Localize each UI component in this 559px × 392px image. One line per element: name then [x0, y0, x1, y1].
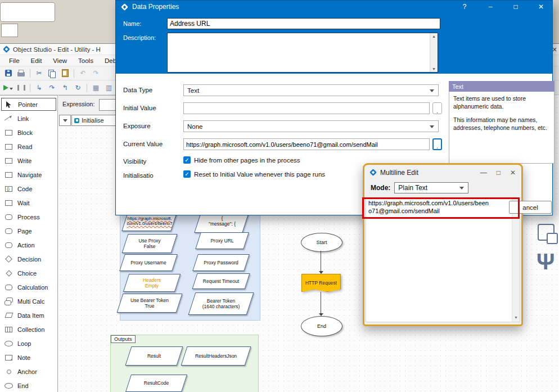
initial-value-expand-button[interactable]: .	[432, 102, 442, 114]
stage-proxy-password-label: Proxy Password	[195, 260, 247, 265]
sidebar-item-label: Note	[17, 354, 30, 361]
sidebar-item-wait[interactable]: Wait	[1, 196, 56, 209]
navigate-icon	[4, 171, 14, 179]
minimize-icon[interactable]: –	[486, 3, 495, 11]
stage-start[interactable]: Start	[301, 233, 342, 252]
stage-proxy-url[interactable]: Proxy URL	[198, 232, 246, 249]
step-out-icon[interactable]: ↰	[59, 82, 71, 93]
canvas-group-icon[interactable]	[538, 224, 555, 241]
initialisation-checkbox[interactable]	[183, 170, 191, 178]
sidebar-item-action[interactable]: Action	[1, 238, 56, 251]
current-value-expand-button[interactable]: .	[432, 138, 442, 150]
visibility-label: Visibility	[123, 158, 146, 165]
pause-icon[interactable]	[15, 82, 27, 93]
sidebar-item-multi-calc[interactable]: Multi Calc	[1, 295, 56, 308]
tab-initialise[interactable]: Initialise	[71, 115, 116, 126]
stage-use-bearer-token[interactable]: Use Bearer TokenTrue	[120, 294, 179, 313]
sidebar-item-decision[interactable]: Decision	[1, 253, 56, 265]
data-type-select[interactable]: Text	[183, 84, 439, 96]
sidebar-item-label: Read	[17, 143, 32, 150]
collection-icon	[4, 326, 14, 334]
stage-start-label: Start	[316, 240, 327, 245]
stage-use-bearer-token-label: Use Bearer TokenTrue	[120, 298, 179, 309]
connector-http-end	[321, 292, 321, 316]
sidebar-item-read[interactable]: Read	[1, 140, 56, 153]
sidebar-item-pointer[interactable]: Pointer	[1, 98, 56, 111]
screen: Object Studio - Edit - Utility - H ✕ Fil…	[0, 0, 559, 392]
data-type-label: Data Type	[123, 87, 152, 93]
initialisation-option[interactable]: Reset to Initial Value whenever this pag…	[183, 170, 325, 178]
cut-icon[interactable]: ✂	[33, 67, 45, 79]
sidebar-item-code[interactable]: {}Code	[1, 182, 56, 195]
stage-headers[interactable]: HeadersEmpty	[126, 274, 178, 292]
undo-icon[interactable]: ↶	[77, 67, 89, 79]
run-icon[interactable]	[2, 82, 14, 93]
stage-request-timeout[interactable]: Request Timeout	[195, 273, 247, 289]
stage-http-request[interactable]: HTTP Request	[301, 274, 341, 292]
visibility-checkbox[interactable]	[183, 156, 191, 164]
sidebar-item-anchor[interactable]: Anchor	[1, 365, 56, 378]
mode-row: Mode: Plain Text	[364, 180, 521, 195]
stage-result-code[interactable]: ResultCode	[128, 375, 184, 392]
note-icon	[4, 354, 14, 362]
sidebar-item-note[interactable]: Note	[1, 351, 56, 364]
stage-use-proxy[interactable]: Use ProxyFalse	[125, 234, 174, 253]
current-value-highlight-annotation	[362, 197, 520, 219]
stage-proxy-username[interactable]: Proxy Username	[122, 254, 175, 271]
sidebar-item-link[interactable]: Link	[1, 112, 56, 125]
save-icon[interactable]	[2, 67, 14, 79]
current-value-input[interactable]	[183, 138, 430, 150]
sidebar-item-navigate[interactable]: Navigate	[1, 168, 56, 181]
exposure-select[interactable]: None	[183, 120, 439, 132]
sidebar-item-process[interactable]: Process	[1, 210, 56, 223]
sidebar-item-page[interactable]: Page	[1, 224, 56, 237]
step-over-icon[interactable]: ↷	[46, 82, 58, 93]
menu-file[interactable]: File	[3, 56, 25, 65]
scroll-down-icon: ▼	[512, 314, 520, 322]
sidebar-item-loop[interactable]: Loop	[1, 337, 56, 350]
stage-proxy-password[interactable]: Proxy Password	[195, 254, 247, 271]
maximize-icon[interactable]: □	[511, 3, 520, 11]
refresh-icon[interactable]: ↻	[72, 82, 84, 93]
sidebar-item-end[interactable]: End	[1, 379, 56, 392]
minimize-icon[interactable]: —	[480, 169, 487, 177]
stage-address-url-label: https://graph.microsoft.com/v1.0/users/b…	[125, 216, 174, 226]
print-icon[interactable]	[15, 67, 27, 79]
type-info-body: Text items are used to store alphanumeri…	[449, 92, 555, 164]
redo-icon[interactable]: ↷	[90, 67, 102, 79]
mode-select[interactable]: Plain Text	[394, 182, 468, 193]
menu-view[interactable]: View	[47, 56, 73, 65]
sidebar-item-write[interactable]: Write	[1, 154, 56, 167]
sidebar-item-choice[interactable]: Choice	[1, 267, 56, 280]
stage-result-headers-json[interactable]: ResultHeadersJson	[184, 346, 248, 366]
close-icon[interactable]: ✕	[537, 3, 546, 11]
sidebar-item-calculation[interactable]: Calculation	[1, 281, 56, 294]
menu-edit[interactable]: Edit	[25, 56, 48, 65]
stage-end[interactable]: End	[301, 316, 342, 336]
sidebar-item-label: Page	[17, 228, 32, 235]
initial-value-input[interactable]	[183, 102, 430, 114]
copy-icon[interactable]	[46, 67, 58, 79]
visibility-option[interactable]: Hide from other pages in the process	[183, 156, 300, 164]
grid-large-icon[interactable]: ▥	[103, 82, 115, 93]
close-icon[interactable]: ✕	[510, 169, 516, 177]
menu-tools[interactable]: Tools	[73, 56, 99, 65]
maximize-icon[interactable]: □	[497, 169, 501, 177]
stage-bearer-token[interactable]: Bearer Token(1640 characters)	[192, 292, 250, 315]
pointer-icon	[4, 101, 15, 109]
stage-result-headers-json-label: ResultHeadersJson	[184, 353, 248, 359]
sidebar-item-data-item[interactable]: Data Item	[1, 309, 56, 322]
page-dropdown-button[interactable]	[59, 115, 71, 126]
canvas-branch-icon[interactable]: Ψ	[537, 250, 555, 273]
grid-small-icon[interactable]: ▦	[90, 82, 102, 93]
name-input[interactable]	[167, 18, 440, 29]
description-textarea[interactable]: ▲▼	[167, 33, 438, 73]
sidebar-item-collection[interactable]: Collection	[1, 323, 56, 336]
step-in-icon[interactable]: ↳	[33, 82, 45, 93]
description-scrollbar[interactable]: ▲▼	[430, 33, 438, 72]
paste-icon[interactable]	[59, 67, 71, 79]
sidebar-item-block[interactable]: Block	[1, 126, 56, 139]
process-icon	[4, 213, 14, 221]
stage-result[interactable]: Result	[128, 346, 180, 366]
help-icon[interactable]: ?	[460, 3, 469, 11]
